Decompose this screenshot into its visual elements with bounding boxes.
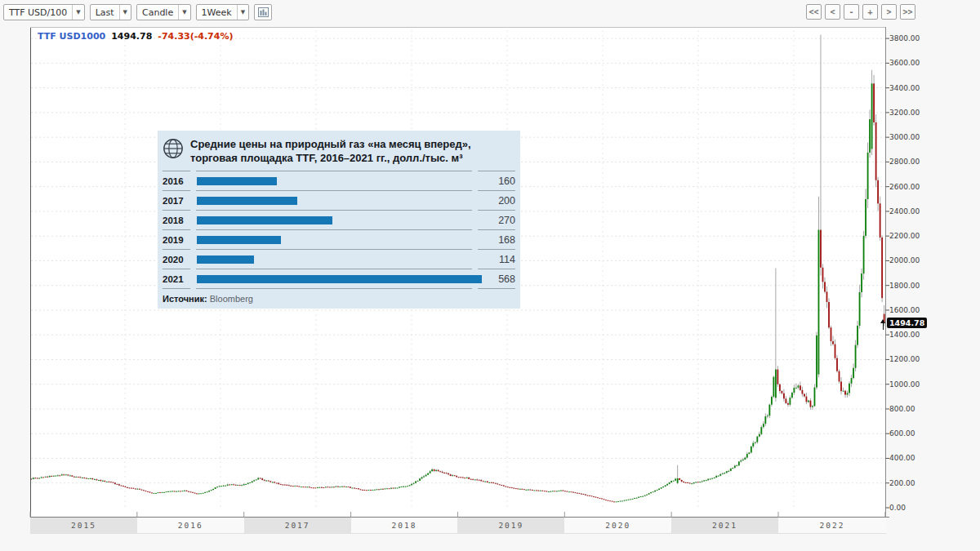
nav-prev-button[interactable]: < xyxy=(825,4,840,20)
row-year-label: 2016 xyxy=(163,176,190,186)
row-bar-track xyxy=(197,256,471,264)
infographic-overlay: Средние цены на природный газ «на месяц … xyxy=(158,131,520,309)
symbol-dropdown[interactable]: TTF USD/100 ▼ xyxy=(3,4,85,20)
indicator-panel-button[interactable] xyxy=(254,4,272,20)
row-value: 160 xyxy=(478,176,515,187)
row-bar xyxy=(197,236,281,244)
row-value: 270 xyxy=(478,215,515,226)
row-year-label: 2018 xyxy=(163,216,190,225)
zoom-out-button[interactable]: - xyxy=(844,4,859,20)
infographic-title: Средние цены на природный газ «на месяц … xyxy=(190,137,471,165)
nav-first-button[interactable]: << xyxy=(806,4,822,20)
globe-icon xyxy=(163,138,184,159)
row-separator xyxy=(163,288,515,289)
row-year-label: 2019 xyxy=(163,235,190,245)
row-bar-track xyxy=(197,236,471,244)
row-bar xyxy=(197,275,482,283)
price-tick-label: 1600.00 xyxy=(889,306,920,314)
row-bar xyxy=(197,177,277,185)
row-value: 568 xyxy=(478,273,515,285)
nav-last-button[interactable]: >> xyxy=(900,4,915,20)
row-separator xyxy=(163,249,515,250)
infographic-row: 2018270 xyxy=(163,211,515,229)
row-bar-track xyxy=(197,275,471,283)
legend-symbol: TTF USD1000 xyxy=(38,31,105,42)
last-price-badge: 1494.78 xyxy=(887,318,927,328)
price-tick-label: 2000.00 xyxy=(889,256,920,264)
row-separator xyxy=(163,229,515,230)
price-axis[interactable]: 0.00200.00400.00600.00800.001000.001200.… xyxy=(889,27,927,518)
row-value: 200 xyxy=(478,195,515,207)
row-bar-track xyxy=(197,177,471,185)
price-tick-label: 400.00 xyxy=(889,454,915,462)
price-tick-label: 2200.00 xyxy=(889,232,920,240)
row-separator xyxy=(163,171,515,171)
row-bar xyxy=(197,197,297,205)
infographic-row: 2021568 xyxy=(163,269,515,288)
year-band-label: 2021 xyxy=(671,518,778,533)
price-tick-label: 600.00 xyxy=(889,429,915,438)
year-band-label: 2020 xyxy=(564,518,671,533)
toolbar: TTF USD/100 ▼ Last ▼ Candle ▼ 1Week ▼ xyxy=(3,4,272,20)
infographic-row: 2016160 xyxy=(163,171,515,190)
chart-style-dropdown[interactable]: Candle ▼ xyxy=(136,4,191,20)
bar-table-icon xyxy=(258,7,269,17)
row-year-label: 2021 xyxy=(163,274,190,284)
price-tick-label: 2600.00 xyxy=(889,183,920,191)
infographic-header: Средние цены на природный газ «на месяц … xyxy=(163,137,515,171)
chevron-down-icon: ▼ xyxy=(178,5,189,20)
infographic-row: 2017200 xyxy=(163,191,515,210)
row-bar-track xyxy=(197,216,471,224)
legend-last-price: 1494.78 xyxy=(111,31,152,42)
price-field-dropdown-label: Last xyxy=(91,5,119,20)
chevron-down-icon: ▼ xyxy=(119,5,131,20)
infographic-source: Источник: Bloomberg xyxy=(163,289,515,304)
infographic-row: 2020114 xyxy=(163,250,515,269)
price-tick-label: 800.00 xyxy=(889,405,915,413)
year-band-label: 2017 xyxy=(244,518,351,533)
chevron-down-icon: ▼ xyxy=(237,5,248,20)
chart-nav-toolbar: <<<-+>>> xyxy=(806,4,915,20)
chart-legend: TTF USD1000 1494.78 -74.33(-4.74%) xyxy=(38,31,233,42)
chevron-down-icon: ▼ xyxy=(72,5,83,20)
price-tick-label: 3000.00 xyxy=(889,133,920,141)
price-tick-label: 0.00 xyxy=(889,504,906,512)
price-tick-label: 3400.00 xyxy=(889,84,920,92)
price-tick-label: 1200.00 xyxy=(889,355,920,363)
price-tick-label: 1000.00 xyxy=(889,380,920,389)
infographic-bar-chart: 2016160201720020182702019168202011420215… xyxy=(163,171,515,289)
price-tick-label: 1400.00 xyxy=(889,331,920,339)
symbol-dropdown-label: TTF USD/100 xyxy=(4,5,72,20)
interval-dropdown[interactable]: 1Week ▼ xyxy=(196,4,250,20)
price-tick-label: 1800.00 xyxy=(889,282,920,290)
price-tick-label: 2800.00 xyxy=(889,158,920,166)
year-band-label: 2015 xyxy=(30,518,137,533)
chart-style-dropdown-label: Candle xyxy=(137,5,178,20)
row-separator xyxy=(163,190,515,191)
row-separator xyxy=(163,210,515,211)
price-tick-label: 3600.00 xyxy=(889,59,920,67)
price-field-dropdown[interactable]: Last ▼ xyxy=(90,4,131,20)
interval-dropdown-label: 1Week xyxy=(197,5,237,20)
year-band-label: 2018 xyxy=(351,518,458,533)
row-bar xyxy=(197,256,254,264)
price-tick-label: 200.00 xyxy=(889,479,915,487)
last-price-arrow-icon xyxy=(880,319,886,330)
price-tick-label: 3800.00 xyxy=(889,34,920,42)
row-value: 114 xyxy=(478,254,515,265)
price-tick-label: 2400.00 xyxy=(889,207,920,216)
nav-next-button[interactable]: > xyxy=(881,4,897,20)
infographic-row: 2019168 xyxy=(163,230,515,249)
year-band-label: 2022 xyxy=(778,518,886,533)
row-year-label: 2017 xyxy=(163,196,190,206)
row-separator xyxy=(163,269,515,269)
row-bar xyxy=(197,216,332,224)
price-tick-label: 3200.00 xyxy=(889,109,920,117)
chart-application: TTF USD/100 ▼ Last ▼ Candle ▼ 1Week ▼ <<… xyxy=(0,0,980,551)
time-axis[interactable]: 20152016201720182019202020212022 xyxy=(30,518,886,534)
zoom-in-button[interactable]: + xyxy=(862,4,878,20)
row-year-label: 2020 xyxy=(163,255,190,264)
year-band-label: 2016 xyxy=(137,518,244,533)
row-value: 168 xyxy=(478,234,515,246)
year-band-label: 2019 xyxy=(457,518,564,533)
